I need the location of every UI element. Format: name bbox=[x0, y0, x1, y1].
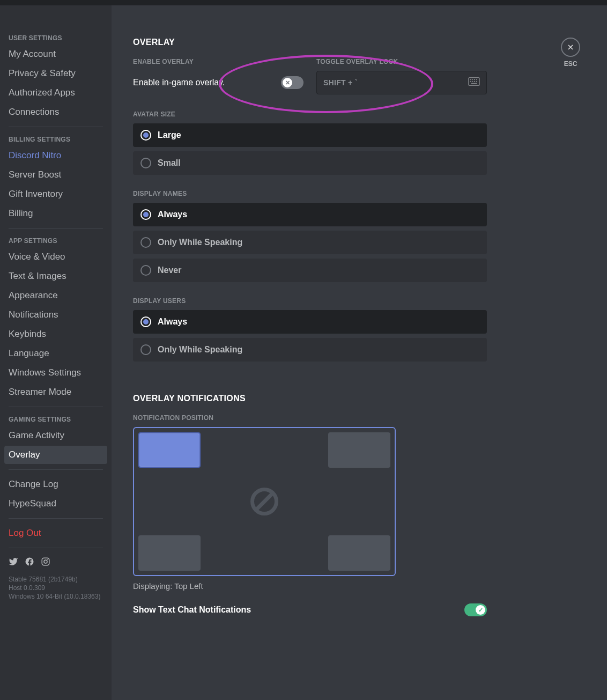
show-text-chat-toggle[interactable] bbox=[464, 603, 487, 616]
position-bottom-left[interactable] bbox=[138, 535, 201, 571]
sidebar-header-app: App Settings bbox=[4, 234, 107, 248]
sidebar-item-voice-video[interactable]: Voice & Video bbox=[4, 248, 107, 266]
sidebar-item-overlay[interactable]: Overlay bbox=[4, 446, 107, 464]
displaying-text: Displaying: Top Left bbox=[133, 581, 487, 591]
radio-label: Small bbox=[158, 158, 181, 168]
facebook-icon[interactable] bbox=[25, 557, 34, 569]
version-info: Stable 75681 (2b1749b) Host 0.0.309 Wind… bbox=[4, 572, 107, 604]
sidebar-item-language[interactable]: Language bbox=[4, 344, 107, 363]
sidebar-item-my-account[interactable]: My Account bbox=[4, 45, 107, 63]
overlay-settings-panel: Overlay Enable Overlay Enable in-game ov… bbox=[112, 5, 508, 649]
enable-overlay-toggle[interactable] bbox=[281, 76, 304, 89]
radio-label: Never bbox=[158, 266, 181, 275]
notification-position-picker bbox=[133, 427, 396, 576]
sidebar-separator bbox=[9, 548, 103, 548]
page-title: Overlay bbox=[133, 38, 487, 47]
svg-rect-7 bbox=[476, 79, 477, 80]
radio-label: Always bbox=[158, 317, 187, 327]
radio-names-never[interactable]: Never bbox=[133, 259, 487, 282]
radio-icon bbox=[140, 265, 151, 276]
position-top-left[interactable] bbox=[138, 432, 201, 468]
radio-users-always[interactable]: Always bbox=[133, 310, 487, 334]
sidebar-item-appearance[interactable]: Appearance bbox=[4, 286, 107, 305]
radio-label: Only While Speaking bbox=[158, 238, 242, 247]
svg-rect-12 bbox=[471, 83, 477, 84]
sidebar-item-logout[interactable]: Log Out bbox=[4, 524, 107, 542]
sidebar-item-notifications[interactable]: Notifications bbox=[4, 306, 107, 324]
sidebar-item-billing[interactable]: Billing bbox=[4, 204, 107, 223]
svg-rect-5 bbox=[472, 79, 473, 80]
svg-rect-8 bbox=[470, 81, 471, 82]
show-text-chat-row: Show Text Chat Notifications bbox=[133, 603, 487, 616]
sidebar-item-keybinds[interactable]: Keybinds bbox=[4, 325, 107, 343]
svg-rect-6 bbox=[474, 79, 475, 80]
version-line: Host 0.0.309 bbox=[9, 584, 103, 592]
sidebar-header-gaming: Gaming Settings bbox=[4, 412, 107, 426]
svg-point-2 bbox=[47, 559, 48, 560]
notification-position-header: Notification Position bbox=[133, 414, 487, 422]
svg-rect-11 bbox=[476, 81, 477, 82]
version-line: Windows 10 64-Bit (10.0.18363) bbox=[9, 592, 103, 601]
radio-icon bbox=[140, 209, 151, 220]
radio-users-speaking[interactable]: Only While Speaking bbox=[133, 338, 487, 362]
display-names-header: Display Names bbox=[133, 190, 487, 197]
radio-names-always[interactable]: Always bbox=[133, 203, 487, 226]
radio-icon bbox=[140, 158, 151, 168]
close-icon bbox=[561, 38, 580, 57]
sidebar-separator bbox=[9, 127, 103, 127]
keybind-text: SHIFT + ` bbox=[323, 78, 358, 87]
radio-label: Large bbox=[158, 130, 181, 140]
position-disable[interactable] bbox=[248, 485, 280, 518]
avatar-size-group: Large Small bbox=[133, 123, 487, 175]
radio-names-speaking[interactable]: Only While Speaking bbox=[133, 231, 487, 254]
close-settings-button[interactable]: ESC bbox=[561, 38, 580, 68]
sidebar-item-server-boost[interactable]: Server Boost bbox=[4, 166, 107, 184]
esc-label: ESC bbox=[561, 60, 580, 68]
show-text-chat-label: Show Text Chat Notifications bbox=[133, 605, 251, 615]
sidebar-item-privacy-safety[interactable]: Privacy & Safety bbox=[4, 64, 107, 83]
position-top-right[interactable] bbox=[328, 432, 390, 468]
sidebar-item-hypesquad[interactable]: HypeSquad bbox=[4, 495, 107, 513]
position-bottom-right[interactable] bbox=[328, 535, 390, 571]
display-users-group: Always Only While Speaking bbox=[133, 310, 487, 362]
svg-rect-4 bbox=[470, 79, 471, 80]
sidebar-item-discord-nitro[interactable]: Discord Nitro bbox=[4, 146, 107, 165]
sidebar-header-billing: Billing Settings bbox=[4, 132, 107, 146]
version-line: Stable 75681 (2b1749b) bbox=[9, 575, 103, 584]
sidebar-item-game-activity[interactable]: Game Activity bbox=[4, 426, 107, 445]
radio-avatar-large[interactable]: Large bbox=[133, 123, 487, 147]
svg-rect-10 bbox=[474, 81, 475, 82]
display-users-header: Display Users bbox=[133, 297, 487, 305]
toggle-lock-header: Toggle Overlay Lock bbox=[316, 58, 487, 65]
sidebar-item-streamer-mode[interactable]: Streamer Mode bbox=[4, 383, 107, 401]
svg-line-14 bbox=[256, 493, 272, 510]
radio-icon bbox=[140, 316, 151, 327]
sidebar-header-user-settings: User Settings bbox=[4, 31, 107, 45]
display-names-group: Always Only While Speaking Never bbox=[133, 203, 487, 282]
social-links bbox=[4, 554, 107, 572]
sidebar-item-text-images[interactable]: Text & Images bbox=[4, 267, 107, 285]
radio-label: Always bbox=[158, 210, 187, 219]
keyboard-icon bbox=[468, 77, 480, 89]
enable-overlay-header: Enable Overlay bbox=[133, 58, 304, 65]
sidebar-separator bbox=[9, 407, 103, 407]
overlay-notifications-title: Overlay Notifications bbox=[133, 394, 487, 403]
toggle-lock-keybind-input[interactable]: SHIFT + ` bbox=[316, 71, 487, 94]
radio-icon bbox=[140, 344, 151, 355]
sidebar-separator bbox=[9, 228, 103, 229]
window-titlebar bbox=[0, 0, 607, 5]
svg-point-1 bbox=[44, 560, 47, 563]
sidebar-item-gift-inventory[interactable]: Gift Inventory bbox=[4, 185, 107, 203]
radio-icon bbox=[140, 130, 151, 141]
sidebar-item-authorized-apps[interactable]: Authorized Apps bbox=[4, 84, 107, 102]
enable-overlay-text: Enable in-game overlay. bbox=[133, 78, 225, 87]
twitter-icon[interactable] bbox=[9, 557, 18, 569]
radio-label: Only While Speaking bbox=[158, 345, 242, 355]
sidebar-separator bbox=[9, 518, 103, 519]
svg-rect-9 bbox=[472, 81, 473, 82]
radio-avatar-small[interactable]: Small bbox=[133, 151, 487, 175]
sidebar-item-connections[interactable]: Connections bbox=[4, 103, 107, 121]
sidebar-item-change-log[interactable]: Change Log bbox=[4, 475, 107, 493]
sidebar-item-windows-settings[interactable]: Windows Settings bbox=[4, 364, 107, 382]
instagram-icon[interactable] bbox=[41, 557, 50, 569]
